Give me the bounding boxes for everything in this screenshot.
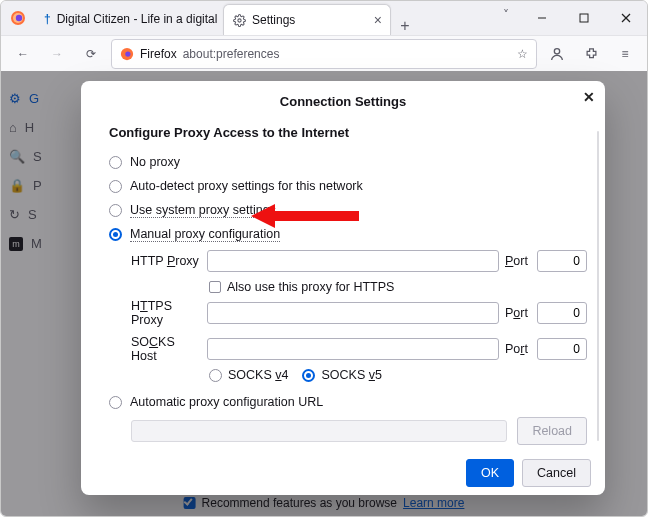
- option-label: Automatic proxy configuration URL: [130, 395, 323, 409]
- tab-digital-citizen[interactable]: † Digital Citizen - Life in a digital: [35, 3, 223, 35]
- nav-toolbar: ← → ⟳ Firefox about:preferences ☆ ≡: [1, 35, 647, 73]
- radio-system-proxy[interactable]: Use system proxy settings: [109, 198, 587, 222]
- window-controls: [521, 1, 647, 35]
- extensions-button[interactable]: [577, 40, 605, 68]
- https-port-input[interactable]: [537, 302, 587, 324]
- maximize-button[interactable]: [563, 1, 605, 35]
- radio-icon: [209, 369, 222, 382]
- radio-socks5[interactable]: SOCKS v5: [302, 368, 381, 382]
- dialog-header: Connection Settings ✕: [81, 81, 605, 121]
- scrollbar[interactable]: [597, 131, 599, 441]
- favicon-icon: †: [44, 12, 51, 26]
- checkbox-icon: [209, 281, 221, 293]
- firefox-logo-icon: [1, 1, 35, 35]
- back-button[interactable]: ←: [9, 40, 37, 68]
- firefox-window: † Digital Citizen - Life in a digital Se…: [0, 0, 648, 517]
- socks-host-input[interactable]: [207, 338, 499, 360]
- also-https-row[interactable]: Also use this proxy for HTTPS: [209, 276, 587, 298]
- https-proxy-row: HTTPS Proxy Port: [131, 298, 587, 328]
- url-identity: Firefox: [140, 47, 177, 61]
- tabs-dropdown-button[interactable]: ˅: [491, 1, 521, 29]
- tab-strip: † Digital Citizen - Life in a digital Se…: [35, 1, 491, 35]
- app-menu-button[interactable]: ≡: [611, 40, 639, 68]
- socks-host-row: SOCKS Host Port: [131, 334, 587, 364]
- account-button[interactable]: [543, 40, 571, 68]
- new-tab-button[interactable]: +: [391, 17, 419, 35]
- radio-icon: [109, 396, 122, 409]
- also-https-label: Also use this proxy for HTTPS: [227, 280, 394, 294]
- url-bar[interactable]: Firefox about:preferences ☆: [111, 39, 537, 69]
- section-heading: Configure Proxy Access to the Internet: [109, 125, 587, 140]
- svg-point-3: [237, 18, 240, 21]
- dialog-title: Connection Settings: [280, 94, 406, 109]
- close-window-button[interactable]: [605, 1, 647, 35]
- http-port-label: Port: [505, 254, 531, 268]
- socks-host-label: SOCKS Host: [131, 335, 201, 363]
- titlebar: † Digital Citizen - Life in a digital Se…: [1, 1, 647, 35]
- radio-icon: [109, 228, 122, 241]
- option-label: Auto-detect proxy settings for this netw…: [130, 179, 363, 193]
- radio-pac-url[interactable]: Automatic proxy configuration URL: [109, 390, 587, 414]
- radio-auto-detect[interactable]: Auto-detect proxy settings for this netw…: [109, 174, 587, 198]
- cancel-button[interactable]: Cancel: [522, 459, 591, 487]
- option-label: No proxy: [130, 155, 180, 169]
- http-port-input[interactable]: [537, 250, 587, 272]
- svg-point-9: [125, 51, 130, 56]
- option-label: Manual proxy configuration: [130, 227, 280, 242]
- close-icon[interactable]: ×: [374, 12, 382, 28]
- forward-button[interactable]: →: [43, 40, 71, 68]
- option-label: SOCKS v5: [321, 368, 381, 382]
- http-proxy-label: HTTP Proxy: [131, 254, 201, 268]
- connection-settings-dialog: Connection Settings ✕ Configure Proxy Ac…: [81, 81, 605, 495]
- https-proxy-label: HTTPS Proxy: [131, 299, 201, 327]
- radio-no-proxy[interactable]: No proxy: [109, 150, 587, 174]
- tab-settings[interactable]: Settings ×: [223, 4, 391, 35]
- tab-label: Settings: [252, 13, 295, 27]
- radio-icon: [109, 180, 122, 193]
- svg-rect-5: [580, 14, 588, 22]
- option-label: SOCKS v4: [228, 368, 288, 382]
- svg-point-2: [16, 15, 22, 21]
- socks-version-row: SOCKS v4 SOCKS v5: [209, 364, 587, 386]
- http-proxy-input[interactable]: [207, 250, 499, 272]
- ok-button[interactable]: OK: [466, 459, 514, 487]
- https-port-label: Port: [505, 306, 531, 320]
- radio-icon: [109, 156, 122, 169]
- https-proxy-input[interactable]: [207, 302, 499, 324]
- pac-url-input[interactable]: [131, 420, 507, 442]
- dialog-body: Configure Proxy Access to the Internet N…: [81, 121, 605, 451]
- gear-icon: [232, 13, 246, 27]
- firefox-icon: [120, 47, 134, 61]
- radio-icon: [109, 204, 122, 217]
- bookmark-star-icon[interactable]: ☆: [517, 47, 528, 61]
- tab-label: Digital Citizen - Life in a digital: [57, 12, 218, 26]
- socks-port-input[interactable]: [537, 338, 587, 360]
- option-label: Use system proxy settings: [130, 203, 276, 218]
- radio-manual-proxy[interactable]: Manual proxy configuration: [109, 222, 587, 246]
- reload-button[interactable]: Reload: [517, 417, 587, 445]
- minimize-button[interactable]: [521, 1, 563, 35]
- dialog-footer: OK Cancel: [81, 451, 605, 495]
- socks-port-label: Port: [505, 342, 531, 356]
- url-path: about:preferences: [183, 47, 280, 61]
- http-proxy-row: HTTP Proxy Port: [131, 246, 587, 276]
- dialog-close-button[interactable]: ✕: [583, 89, 595, 105]
- radio-icon: [302, 369, 315, 382]
- radio-socks4[interactable]: SOCKS v4: [209, 368, 288, 382]
- svg-point-10: [554, 49, 559, 54]
- reload-button[interactable]: ⟳: [77, 40, 105, 68]
- pac-url-row: Reload: [131, 414, 587, 448]
